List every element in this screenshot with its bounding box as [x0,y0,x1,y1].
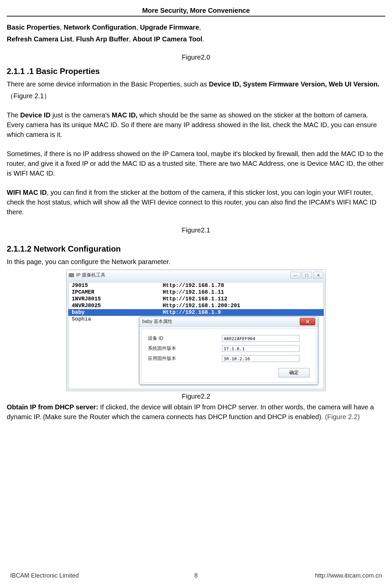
sec2112-p1: In this page, you can configure the Netw… [7,257,385,267]
header-divider [7,16,385,16]
label-sys-fw: 系统固件版本 [148,345,222,352]
section-2-1-1-1-title: 2.1.1 .1 Basic Properties [7,67,385,76]
ip-tool-titlebar[interactable]: IP 摄像机工具 — ☐ ✕ [67,270,325,281]
list-item[interactable]: 4NVRJ8025Http://192.168.1.200:201 [68,302,324,309]
window-close-button[interactable]: ✕ [313,272,323,279]
intro-line1: Basic Properties, Network Configuration,… [7,23,385,32]
list-item[interactable]: J9015Http://192.168.1.78 [68,282,324,289]
camera-icon [69,273,74,277]
dialog-titlebar[interactable]: baby 基本属性 ✕ [139,317,318,327]
ip-tool-title: IP 摄像机工具 [76,272,105,278]
form-row-device-id: 设备 ID 48022AFEF964 [148,335,309,342]
value-device-id[interactable]: 48022AFEF964 [222,335,299,342]
footer-page-number: 8 [10,572,382,579]
sec211-p1: There are some device information in the… [7,79,385,89]
label-app-fw: 应用固件版本 [148,356,222,362]
list-item-selected[interactable]: babyHttp://192.168.1.9 [68,309,324,316]
sec211-p4: WIFI MAC ID, you can find it from the st… [7,188,385,217]
form-row-sys-fw: 系统固件版本 17.1.6.1 [148,345,309,352]
dhcp-paragraph: Obtain IP from DHCP server: If clicked, … [7,402,385,422]
form-row-app-fw: 应用固件版本 30.10.2.16 [148,355,309,362]
sec211-p2: The Device ID just is the camera's MAC I… [7,110,385,140]
camera-list: J9015Http://192.168.1.78 IPCAMERHttp://1… [68,282,324,389]
dialog-title-text: baby 基本属性 [142,319,172,325]
maximize-button[interactable]: ☐ [302,272,312,279]
page-footer: IBCAM Electronic Limited 8 http://www.ib… [10,572,382,579]
value-app-fw[interactable]: 30.10.2.16 [222,355,299,362]
figure-2-0-label: Figure2.0 [7,53,385,61]
figure-2-1-label: Figure2.1 [7,226,385,234]
list-item[interactable]: IPCAMERHttp://192.168.1.11 [68,289,324,296]
figure-2-2-label: Figure2.2 [7,393,385,400]
minimize-button[interactable]: — [290,272,300,279]
ok-button[interactable]: 确定 [279,368,309,377]
properties-dialog: baby 基本属性 ✕ 设备 ID 48022AFEF964 系统固件版本 17… [139,317,318,385]
label-device-id: 设备 ID [148,335,222,341]
intro-line2: Refresh Camera List, Flush Arp Buffer, A… [7,34,385,44]
section-2-1-1-2-title: 2.1.1.2 Network Configuration [7,244,385,254]
dialog-close-button[interactable]: ✕ [300,318,315,325]
page-header: More Security, More Convenience [7,7,385,16]
sec211-p1b: （Figure 2.1） [7,91,385,101]
value-sys-fw[interactable]: 17.1.6.1 [222,345,299,352]
list-item[interactable]: 1NVRJ8015Http://192.168.1.112 [68,296,324,302]
sec211-p3: Sometimes, if there is no IP address sho… [7,149,385,178]
ip-tool-window: IP 摄像机工具 — ☐ ✕ J9015Http://192.168.1.78 … [66,269,326,391]
